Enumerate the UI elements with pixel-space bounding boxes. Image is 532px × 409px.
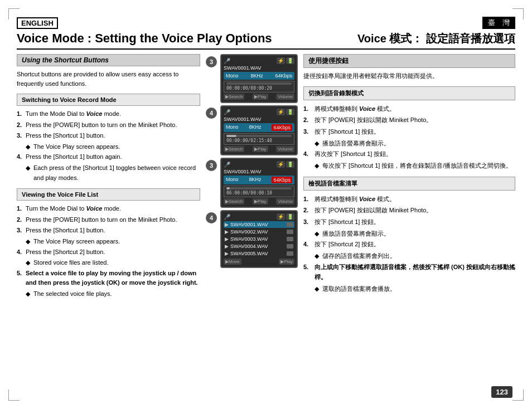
page-number: 123 (491, 386, 512, 398)
subsection-switching: Switching to Voice Record Mode (17, 94, 200, 106)
file-item-3: ▶ SWAV0003.WAV (224, 236, 294, 242)
progress-area-3: 06:00:00/00:00:10 (224, 186, 294, 197)
view-step-1: 1. Turn the Mode Dial to Voice mode. (17, 204, 200, 214)
steps-viewing: 1. Turn the Mode Dial to Voice mode. 2. … (17, 204, 200, 299)
subsection-title-viewing-cn: 檢視語音檔案清單 (308, 179, 510, 188)
mic-icon-4: 🎤 (224, 214, 230, 220)
screen-row-4: 4 🎤 ⚡ 🔋 ▶ SWAV0001.WAV (206, 210, 298, 268)
right-column: 使用捷徑按鈕 捷徑按鈕專局讓使用者輕鬆存取常用功能而提供。 切換到語音錄製模式 … (303, 54, 515, 300)
audio-info-2: Mono 8KHz 64Kbps (224, 123, 294, 132)
step-circle-4b: 4 (206, 212, 217, 223)
cn-steps-switching: 1. 將模式轉盤轉到 Voice 模式。 2. 按下 [POWER] 按鈕以開啟… (303, 104, 515, 171)
mic-icon: 🎤 (224, 58, 230, 64)
step-4: 4. Press the [Shortcut 1] button again. (17, 152, 200, 162)
file-item-4: ▶ SWAV0004.WAV (224, 243, 294, 250)
device-screen-3: 🎤 ⚡ 🔋 SWAV0001.WAV Mono 8KHz 64Kbps (220, 158, 298, 208)
filename-3: SWAV0001.WAV (224, 169, 294, 174)
subsection-viewing: Viewing the Voice File List (17, 188, 200, 201)
file-item-5: ▶ SWAV0005.WAV (224, 250, 294, 257)
device-screen-2: 🎤 ⚡ 🔋 SWAV0001.WAV Mono 8KHz 64Kbps (220, 105, 298, 155)
time-1: 00:00:00/00:00:20 (226, 86, 292, 91)
file-list-screen: 🎤 ⚡ 🔋 ▶ SWAV0001.WAV ▶ SWAV0002.WAV (220, 210, 298, 268)
device-buttons-1: ▶Search ▶Play Volume (224, 94, 294, 100)
device-screen-1: 🎤 ⚡ 🔋 SWAV0001.WAV Mono 8KHz 64Kbps (220, 54, 298, 103)
screen-row-1: 3 🎤 ⚡ 🔋 SWAV0001.WAV Mono 8KHz 64Kbps (206, 54, 298, 103)
main-title-cn: Voice 模式： 設定語音播放選項 (357, 31, 515, 46)
subsection-title-viewing: Viewing the Voice File List (22, 191, 195, 198)
file-item-2: ▶ SWAV0002.WAV (224, 228, 294, 235)
device-buttons-3: ▶Search ▶Play Volume (224, 198, 294, 204)
progress-area-1: 00:00:00/00:00:20 (224, 81, 294, 92)
title-row: Voice Mode : Setting the Voice Play Opti… (17, 31, 515, 50)
main-title-en: Voice Mode : Setting the Voice Play Opti… (17, 31, 272, 46)
mic-icon-2: 🎤 (224, 109, 230, 115)
file-list-buttons: ▶Move ▶Play (224, 259, 294, 265)
view-step-4: 4. Press the [Shortcut 2] button. (17, 247, 200, 257)
section-header-cn: 使用捷徑按鈕 (303, 54, 515, 68)
filename-2: SWAV0001.WAV (224, 116, 294, 122)
english-badge: ENGLISH (17, 17, 58, 29)
device-buttons-2: ▶Search ▶Play Volume (224, 146, 294, 152)
steps-switching: 1. Turn the Mode Dial to Voice mode. 2. … (17, 109, 200, 183)
step-circle-3a: 3 (206, 56, 217, 67)
intro-text-en: Shortcut buttons are provided to allow u… (17, 70, 200, 88)
step-2: 2. Press the [POWER] button to turn on t… (17, 120, 200, 130)
step-1: 1. Turn the Mode Dial to Voice mode. (17, 109, 200, 119)
view-step-3: 3. Press the [Shortcut 1] button. (17, 226, 200, 236)
view-step-3-sub: ◆ The Voice Play screen appears. (26, 237, 200, 247)
progress-area-2: 00:00:00/02:15:40 (224, 133, 294, 145)
view-step-5-sub: ◆ The selected voice file plays. (26, 289, 200, 299)
view-step-4-sub: ◆ Stored voice files are listed. (26, 258, 200, 268)
header: ENGLISH 臺 灣 (17, 17, 515, 29)
step-3: 3. Press the [Shortcut 1] button. (17, 131, 200, 141)
subsection-title-switching: Switching to Voice Record Mode (22, 96, 195, 103)
time-3: 06:00:00/00:00:10 (226, 191, 292, 196)
left-column: Using the Shortcut Buttons Shortcut butt… (17, 54, 200, 300)
step-3-sub: ◆ The Voice Play screen appears. (26, 142, 200, 152)
screen-row-2: 4 🎤 ⚡ 🔋 SWAV0001.WAV Mono 8KHz 64Kbps (206, 105, 298, 155)
subsection-viewing-cn: 檢視語音檔案清單 (303, 177, 515, 191)
audio-info-1: Mono 8KHz 64Kbps (224, 72, 294, 80)
step-circle-3b: 3 (206, 160, 217, 171)
step-circle-4a: 4 (206, 108, 217, 119)
audio-info-3: Mono 8KHz 64Kbps (224, 176, 294, 184)
file-item-1: ▶ SWAV0001.WAV (224, 221, 294, 228)
view-step-2: 2. Press the [POWER] button to turn on t… (17, 215, 200, 225)
view-step-5: 5. Select a voice file to play by moving… (17, 269, 200, 288)
screen-row-3: 3 🎤 ⚡ 🔋 SWAV0001.WAV Mono 8KHz 64Kbps (206, 158, 298, 208)
time-2: 00:00:00/02:15:40 (226, 138, 292, 143)
subsection-switching-cn: 切換到語音錄製模式 (303, 86, 515, 100)
cn-steps-viewing: 1. 將模式轉盤轉到 Voice 模式。 2. 按下 [POWER] 按鈕以開啟… (303, 194, 515, 294)
step-4-sub: ◆ Each press of the [Shortcut 1] toggles… (26, 163, 200, 183)
intro-text-cn: 捷徑按鈕專局讓使用者輕鬆存取常用功能而提供。 (303, 71, 515, 81)
subsection-title-switching-cn: 切換到語音錄製模式 (308, 89, 510, 98)
screens-column: 3 🎤 ⚡ 🔋 SWAV0001.WAV Mono 8KHz 64Kbps (206, 54, 298, 300)
taiwan-badge: 臺 灣 (482, 17, 515, 29)
section-header-en: Using the Shortcut Buttons (17, 54, 200, 66)
mic-icon-3: 🎤 (224, 162, 230, 168)
filename-1: SWAV0001.WAV (224, 65, 294, 71)
